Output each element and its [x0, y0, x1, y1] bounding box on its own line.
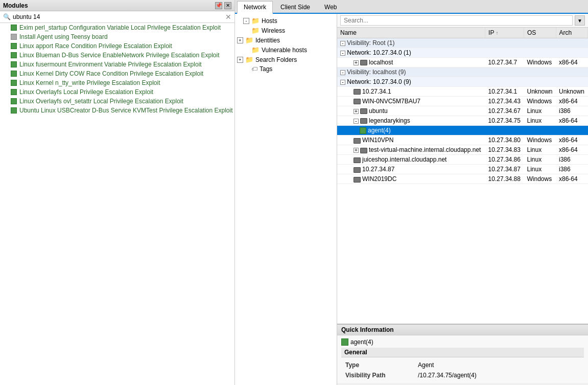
hosts-search-input[interactable]	[340, 15, 573, 26]
expand-hosts-icon[interactable]: -	[243, 18, 249, 24]
module-item[interactable]: Install Agent using Teensy board	[0, 32, 234, 41]
col-arch[interactable]: Arch	[556, 28, 588, 38]
tree-hosts-label: Hosts	[262, 17, 277, 25]
host-os: Unknown	[524, 87, 556, 97]
table-row[interactable]: juiceshop.internal.cloudapp.net10.27.34.…	[337, 155, 588, 165]
host-arch: i386	[556, 165, 588, 174]
module-icon	[10, 70, 17, 77]
host-name: WIN-0NVC5M7BAU7	[362, 98, 420, 105]
tree-item-wireless[interactable]: 📁 Wireless	[235, 26, 337, 35]
expand-host-icon[interactable]: +	[354, 60, 359, 65]
hosts-area: ▼ Name IP ↑ OS Arch	[337, 14, 588, 385]
computer-icon	[354, 177, 361, 183]
qi-table: TypeAgentVisibility Path/10.27.34.75/age…	[341, 359, 584, 381]
module-item[interactable]: Linux Overlayfs ovl_setattr Local Privil…	[0, 97, 234, 106]
table-group-row[interactable]: - Visibility: localhost (9)	[337, 67, 588, 77]
module-item[interactable]: Linux apport Race Condition Privilege Es…	[0, 41, 234, 51]
module-label: Install Agent using Teensy board	[19, 33, 108, 40]
host-arch: Unknown	[556, 87, 588, 97]
module-search-input[interactable]	[13, 13, 225, 20]
host-os: Linux	[524, 155, 556, 165]
computer-icon	[360, 118, 367, 124]
col-os[interactable]: OS	[524, 28, 556, 38]
expand-host-icon[interactable]: +	[354, 148, 359, 153]
expand-host-icon[interactable]: +	[354, 109, 359, 114]
table-row[interactable]: 10.27.34.8710.27.34.87Linuxi386	[337, 165, 588, 174]
host-name: 10.27.34.1	[362, 88, 391, 95]
hosts-search-dropdown[interactable]: ▼	[575, 15, 585, 26]
module-icon	[10, 61, 17, 68]
tree-item-tags[interactable]: 🏷 Tags	[235, 64, 337, 74]
qi-agent-label: agent(4)	[350, 338, 373, 346]
expand-subgroup-icon[interactable]: -	[340, 80, 345, 85]
module-icon	[10, 24, 17, 31]
collapse-host-icon[interactable]: -	[354, 119, 359, 124]
pin-button[interactable]: 📌	[215, 2, 222, 9]
host-ip: 10.27.34.1	[485, 87, 524, 97]
agent-icon	[360, 127, 366, 134]
host-arch: x86-64	[556, 58, 588, 67]
table-row[interactable]: WIN10VPN10.27.34.80Windowsx86-64	[337, 135, 588, 145]
table-row[interactable]: WIN-0NVC5M7BAU710.27.34.43Windowsx86-64	[337, 97, 588, 106]
computer-icon	[360, 60, 367, 65]
tab-client-side[interactable]: Client Side	[274, 1, 317, 13]
tree-item-identities[interactable]: + 📁 Identities	[235, 35, 337, 45]
module-item[interactable]: Exim perl_startup Configuration Variable…	[0, 23, 234, 32]
qi-field-label: Visibility Path	[342, 371, 414, 380]
host-name: localhost	[369, 59, 393, 66]
module-label: Exim perl_startup Configuration Variable…	[19, 24, 221, 31]
tree-item-hosts[interactable]: - 📁 Hosts	[235, 16, 337, 26]
host-arch: x86-64	[556, 145, 588, 155]
tab-web[interactable]: Web	[318, 1, 343, 13]
host-name: 10.27.34.87	[362, 166, 394, 173]
col-name[interactable]: Name	[337, 28, 485, 38]
table-subgroup-row[interactable]: - Network: 10.27.34.0 (9)	[337, 77, 588, 87]
search-clear-icon[interactable]: ✕	[225, 13, 231, 20]
host-ip: 10.27.34.86	[485, 155, 524, 165]
quick-info-content: agent(4) General TypeAgentVisibility Pat…	[337, 335, 588, 383]
table-group-row[interactable]: - Visibility: Root (1)	[337, 38, 588, 48]
module-item[interactable]: Linux fusermount Environment Variable Pr…	[0, 60, 234, 69]
module-list: Exim perl_startup Configuration Variable…	[0, 23, 234, 385]
host-os: Windows	[524, 58, 556, 67]
module-icon	[10, 98, 17, 105]
host-arch	[556, 126, 588, 135]
tag-icon: 🏷	[251, 65, 257, 73]
table-row[interactable]: +ubuntu10.27.34.67Linuxi386	[337, 106, 588, 116]
tree-item-vulnerable-hosts[interactable]: 📁 Vulnerable hosts	[235, 45, 337, 55]
computer-icon	[354, 89, 361, 95]
table-row[interactable]: +test-virtual-machine.internal.cloudapp.…	[337, 145, 588, 155]
folder-icon-wireless: 📁	[251, 27, 260, 34]
close-button[interactable]: ✕	[224, 2, 231, 9]
module-item[interactable]: Linux Blueman D-Bus Service EnableNetwor…	[0, 51, 234, 60]
col-ip[interactable]: IP ↑	[485, 28, 524, 38]
module-item[interactable]: Ubuntu Linux USBCreator D-Bus Service KV…	[0, 106, 234, 115]
tab-network[interactable]: Network	[237, 1, 273, 14]
host-os: Linux	[524, 165, 556, 174]
module-item[interactable]: Linux Kernel Dirty COW Race Condition Pr…	[0, 69, 234, 78]
table-subgroup-row[interactable]: - Network: 10.27.34.0 (1)	[337, 48, 588, 58]
qi-field-label: Type	[342, 360, 414, 370]
table-row[interactable]: 10.27.34.110.27.34.1UnknownUnknown	[337, 87, 588, 97]
table-row[interactable]: +localhost10.27.34.7Windowsx86-64	[337, 58, 588, 67]
table-row[interactable]: WIN2019DC10.27.34.88Windowsx86-64	[337, 174, 588, 184]
expand-group-icon[interactable]: -	[340, 41, 345, 46]
host-ip: 10.27.34.43	[485, 97, 524, 106]
host-ip: 10.27.34.88	[485, 174, 524, 184]
qi-section-label: General	[341, 348, 584, 357]
host-os: Windows	[524, 97, 556, 106]
expand-identities-icon[interactable]: +	[237, 37, 243, 43]
tree-item-search-folders[interactable]: + 📁 Search Folders	[235, 55, 337, 64]
expand-group-icon[interactable]: -	[340, 70, 345, 75]
tabs-bar: Network Client Side Web	[235, 0, 588, 14]
module-item[interactable]: Linux Kernel n_tty_write Privilege Escal…	[0, 78, 234, 87]
module-icon	[10, 107, 17, 114]
module-item[interactable]: Linux Overlayfs Local Privilege Escalati…	[0, 87, 234, 97]
host-name: juiceshop.internal.cloudapp.net	[362, 156, 446, 163]
host-name: ubuntu	[369, 107, 388, 115]
module-label: Linux apport Race Condition Privilege Es…	[19, 42, 172, 50]
table-row[interactable]: -legendarykings10.27.34.75Linuxx86-64	[337, 116, 588, 126]
expand-subgroup-icon[interactable]: -	[340, 51, 345, 56]
expand-search-folders-icon[interactable]: +	[237, 57, 243, 63]
table-row[interactable]: agent(4)	[337, 126, 588, 135]
